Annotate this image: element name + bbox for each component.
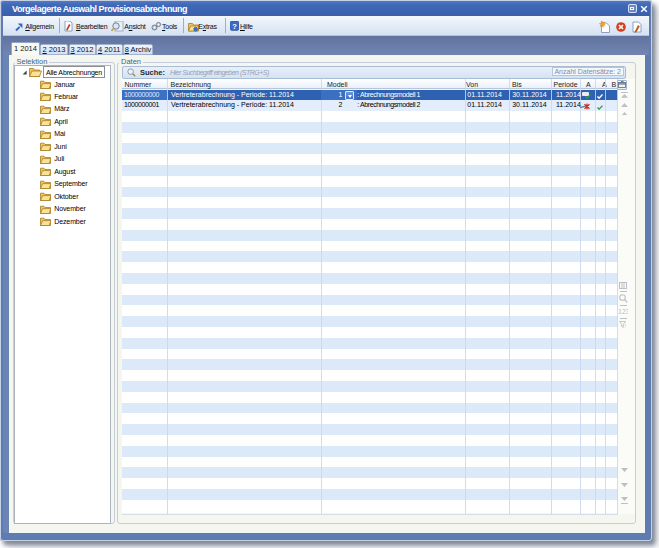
svg-text:!: !: [624, 323, 625, 328]
svg-text:123: 123: [618, 308, 628, 315]
svg-text:?: ?: [232, 22, 237, 31]
